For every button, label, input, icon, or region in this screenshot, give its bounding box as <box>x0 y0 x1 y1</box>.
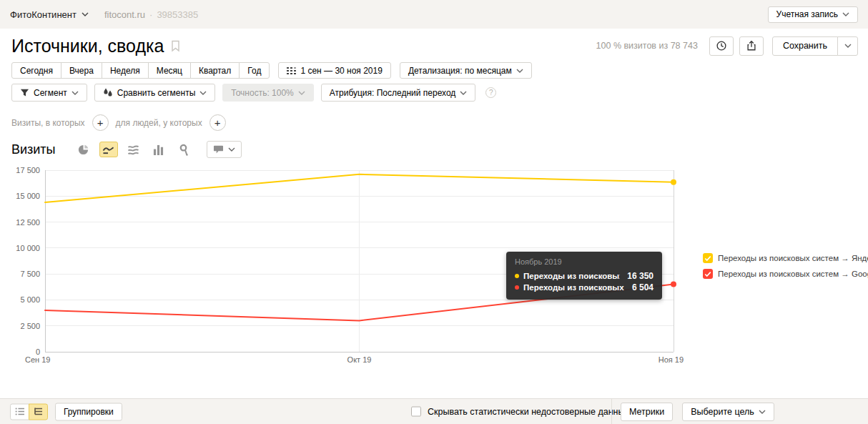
tooltip-series-dot <box>515 285 519 290</box>
chevron-down-icon <box>199 91 207 95</box>
chevron-down-icon <box>298 91 305 95</box>
preset-yesterday[interactable]: Вчера <box>61 62 102 79</box>
date-toolbar: Сегодня Вчера Неделя Месяц Квартал Год 1… <box>11 62 532 79</box>
comment-bubble-icon <box>213 144 224 154</box>
chevron-down-icon <box>71 91 79 95</box>
choose-goal-label: Выберите цель <box>691 407 754 417</box>
tooltip-row: Переходы из поисковых систе…6 504 <box>515 282 654 293</box>
tree-icon <box>34 408 44 416</box>
list-view-button[interactable] <box>10 403 29 420</box>
list-icon <box>15 408 25 416</box>
visits-condition-label: Визиты, в которых <box>11 118 85 128</box>
footer-left: Группировки <box>10 403 122 420</box>
preset-quarter[interactable]: Квартал <box>190 62 240 79</box>
annotations-button[interactable] <box>207 141 242 158</box>
compare-segments-button[interactable]: Сравнить сегменты <box>94 84 216 102</box>
x-tick-label: Окт 19 <box>347 355 372 364</box>
footer-divider <box>611 399 612 424</box>
schedule-report-button[interactable] <box>709 36 734 56</box>
attribution-button[interactable]: Атрибуция: Последний переход <box>321 84 476 102</box>
counter-id: 39853385 <box>157 9 198 20</box>
view-mode-toggle <box>10 403 48 420</box>
hide-unreliable-label: Скрывать статистически недостоверные дан… <box>428 407 629 417</box>
tooltip-series-label: Переходы из поисковых систе… <box>523 272 620 280</box>
pie-chart-icon[interactable] <box>74 142 93 157</box>
legend-item[interactable]: Переходы из поисковых систем → Яндекс <box>703 253 868 263</box>
tooltip-row: Переходы из поисковых систе…16 350 <box>515 270 654 282</box>
chart-header: Визиты <box>11 141 242 158</box>
counter-switcher[interactable]: ФитоКонтинент <box>10 9 89 20</box>
map-pin-icon[interactable] <box>174 142 193 157</box>
segment-button[interactable]: Сегмент <box>11 84 87 102</box>
accuracy-label: Точность: 100% <box>231 88 293 98</box>
tooltip-title: Ноябрь 2019 <box>515 257 654 266</box>
chevron-down-icon <box>844 44 852 48</box>
tree-view-button[interactable] <box>29 403 48 420</box>
chevron-down-icon <box>460 91 467 95</box>
clock-icon <box>716 40 727 51</box>
date-preset-group: Сегодня Вчера Неделя Месяц Квартал Год <box>11 62 270 79</box>
series-end-dot <box>671 282 676 287</box>
chart-type-switcher <box>74 141 242 158</box>
bar-chart-icon[interactable] <box>149 142 168 157</box>
metrics-label: Метрики <box>629 407 664 417</box>
stacked-area-icon[interactable] <box>124 142 143 157</box>
compare-segments-label: Сравнить сегменты <box>117 88 196 98</box>
save-label: Сохранить <box>783 41 827 51</box>
add-visit-condition-button[interactable]: + <box>92 114 109 131</box>
site-domain: fitocont.ru <box>104 9 145 20</box>
tooltip-rows: Переходы из поисковых систе…16 350Перехо… <box>515 270 654 293</box>
preset-week[interactable]: Неделя <box>102 62 149 79</box>
preset-month[interactable]: Месяц <box>148 62 191 79</box>
groupings-button[interactable]: Группировки <box>55 403 122 420</box>
counter-name: ФитоКонтинент <box>10 9 77 20</box>
groupings-label: Группировки <box>64 407 114 417</box>
y-tick-label: 17 500 <box>16 166 40 174</box>
y-tick-label: 2 500 <box>20 322 40 330</box>
add-people-condition-button[interactable]: + <box>209 114 226 131</box>
separator-dot: · <box>149 9 152 20</box>
legend-item[interactable]: Переходы из поисковых систем → Google <box>703 269 868 279</box>
metrics-button[interactable]: Метрики <box>621 403 673 421</box>
visits-summary: 100 % визитов из 78 743 <box>596 41 698 51</box>
chart-tooltip: Ноябрь 2019 Переходы из поисковых систе…… <box>506 252 662 300</box>
detalization-button[interactable]: Детализация: по месяцам <box>400 62 532 79</box>
preset-today[interactable]: Сегодня <box>11 62 61 79</box>
tooltip-series-value: 16 350 <box>627 271 654 281</box>
segment-builder: Визиты, в которых + для людей, у которых… <box>11 114 226 131</box>
date-range-button[interactable]: 1 сен — 30 ноя 2019 <box>278 62 391 79</box>
preset-year[interactable]: Год <box>239 62 270 79</box>
accuracy-button[interactable]: Точность: 100% <box>222 84 313 102</box>
choose-goal-button[interactable]: Выберите цель <box>682 403 774 421</box>
chevron-down-icon <box>228 147 235 152</box>
people-condition-label: для людей, у которых <box>116 118 202 128</box>
export-button[interactable] <box>739 36 764 56</box>
legend-checkbox-icon <box>703 269 713 279</box>
app-root: ФитоКонтинент fitocont.ru · 39853385 Уче… <box>0 0 868 424</box>
bookmark-icon[interactable] <box>171 40 180 52</box>
line-chart-icon[interactable] <box>99 142 118 157</box>
funnel-icon <box>20 88 29 97</box>
save-menu-button[interactable] <box>837 36 858 56</box>
attribution-label: Атрибуция: Последний переход <box>330 88 456 98</box>
segment-label: Сегмент <box>34 88 67 98</box>
chevron-down-icon <box>842 12 849 16</box>
chevron-down-icon <box>759 410 766 414</box>
x-tick-label: Сен 19 <box>25 355 50 364</box>
save-button[interactable]: Сохранить <box>772 36 838 56</box>
hide-unreliable-checkbox[interactable] <box>411 407 421 417</box>
chevron-down-icon <box>82 12 89 16</box>
export-icon <box>746 40 757 51</box>
footer-right: Метрики Выберите цель <box>621 403 774 421</box>
calendar-grid-icon <box>287 66 296 75</box>
tooltip-series-dot <box>515 274 519 278</box>
account-menu-button[interactable]: Учетная запись <box>768 6 858 23</box>
title-actions: 100 % визитов из 78 743 Сохранить <box>596 36 858 56</box>
filters-toolbar: Сегмент Сравнить сегменты Точность: 100%… <box>11 84 496 102</box>
y-tick-label: 15 000 <box>16 192 40 200</box>
account-menu-label: Учетная запись <box>776 9 838 19</box>
y-tick-label: 5 000 <box>20 295 40 304</box>
two-drops-icon <box>103 88 113 97</box>
date-range-label: 1 сен — 30 ноя 2019 <box>300 66 383 76</box>
help-icon[interactable]: ? <box>485 87 496 98</box>
